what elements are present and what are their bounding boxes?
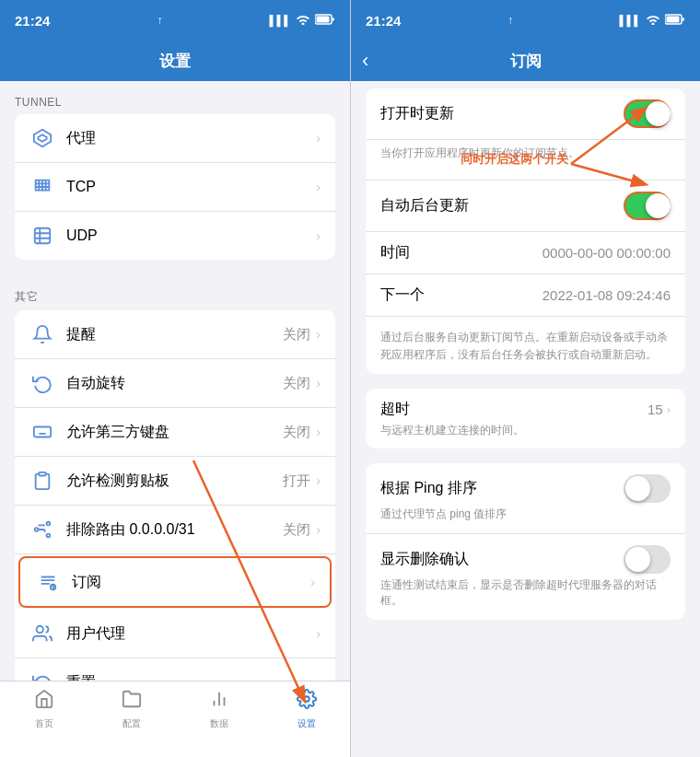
proxy-label: 代理 <box>66 129 316 148</box>
timeout-item[interactable]: 超时 15 › 与远程主机建立连接的时间。 <box>366 389 685 449</box>
ping-sort-label: 根据 Ping 排序 <box>380 479 477 498</box>
open-update-desc: 当你打开应用程序时更新你的订阅节点。 <box>380 146 579 159</box>
delete-confirm-item: 显示删除确认 连通性测试结束后，显示是否删除超时代理服务器的对话框。 <box>366 534 685 620</box>
settings-item-autorotate[interactable]: 自动旋转 关闭 › <box>15 359 335 408</box>
reminder-value: 关闭 <box>283 326 310 344</box>
left-time: 21:24 <box>15 13 50 29</box>
timeout-chevron: › <box>667 402 671 416</box>
tab-settings[interactable]: 设置 <box>262 689 350 730</box>
route-label: 排除路由 0.0.0.0/31 <box>66 520 283 540</box>
settings-item-user-agent[interactable]: 用户代理 › <box>15 610 335 658</box>
tab-settings-label: 设置 <box>298 717 316 730</box>
signal-bars-icon: ▌▌▌ <box>270 15 291 26</box>
delete-confirm-toggle[interactable] <box>624 545 671 574</box>
svg-rect-17 <box>666 16 679 22</box>
tcp-label: TCP <box>66 179 316 195</box>
proxy-icon <box>29 125 55 151</box>
route-icon <box>29 517 55 542</box>
update-section: 打开时更新 当你打开应用程序时更新你的订阅节点。 自动后台更新 <box>366 88 685 374</box>
wifi-icon <box>296 14 310 28</box>
settings-item-clipboard[interactable]: 允许检测剪贴板 打开 › <box>15 457 335 506</box>
settings-item-udp[interactable]: UDP › <box>15 212 335 260</box>
config-icon <box>121 689 143 715</box>
tab-data[interactable]: 数据 <box>175 689 262 730</box>
section-header-other: 其它 <box>0 274 350 310</box>
right-time: 21:24 <box>366 13 401 29</box>
user-agent-chevron: › <box>316 626 321 641</box>
battery-icon <box>315 14 335 28</box>
svg-point-11 <box>37 626 43 633</box>
right-panel: 21:24 ↑ ▌▌▌ ‹ 订阅 <box>350 0 700 757</box>
svg-marker-2 <box>34 130 51 146</box>
right-wifi-icon <box>646 14 660 28</box>
settings-item-proxy[interactable]: 代理 › <box>15 114 335 163</box>
ping-sort-toggle[interactable] <box>624 474 671 503</box>
auto-bg-knob <box>646 193 671 218</box>
open-update-toggle[interactable] <box>624 99 671 128</box>
reset-icon <box>29 670 55 681</box>
tab-config-label: 配置 <box>122 717 141 730</box>
keyboard-value: 关闭 <box>283 424 310 441</box>
open-update-desc-item: 当你打开应用程序时更新你的订阅节点。 <box>366 140 685 181</box>
settings-item-route[interactable]: 排除路由 0.0.0.0/31 关闭 › <box>15 506 335 554</box>
ping-sort-desc: 通过代理节点 ping 值排序 <box>380 507 671 522</box>
udp-icon <box>29 223 55 249</box>
auto-bg-toggle[interactable] <box>624 192 671 220</box>
settings-item-tcp[interactable]: TCP › <box>15 163 335 212</box>
settings-item-keyboard[interactable]: 允许第三方键盘 关闭 › <box>15 408 335 457</box>
auto-bg-update-label: 自动后台更新 <box>380 196 469 215</box>
subscribe-chevron: › <box>310 575 315 589</box>
tab-data-label: 数据 <box>210 717 228 730</box>
bg-update-desc: 通过后台服务自动更新订阅节点。在重新启动设备或手动杀死应用程序后，没有后台任务会… <box>380 331 668 361</box>
clipboard-label: 允许检测剪贴板 <box>66 472 283 491</box>
left-location-icon: ↑ <box>157 14 162 27</box>
tab-home[interactable]: 首页 <box>0 689 88 730</box>
svg-point-9 <box>47 534 51 538</box>
autorotate-label: 自动旋转 <box>66 374 283 393</box>
settings-item-reset[interactable]: 重置 › <box>15 658 335 681</box>
reset-label: 重置 <box>66 673 316 681</box>
delete-confirm-desc: 连通性测试结束后，显示是否删除超时代理服务器的对话框。 <box>380 577 671 609</box>
tcp-icon <box>29 174 55 200</box>
udp-chevron: › <box>316 228 321 243</box>
settings-item-subscribe[interactable]: 订阅 › <box>18 556 332 608</box>
reminder-label: 提醒 <box>66 325 283 344</box>
keyboard-chevron: › <box>316 425 321 439</box>
time-value: 0000-00-00 00:00:00 <box>542 245 671 261</box>
svg-rect-5 <box>34 427 51 437</box>
tcp-chevron: › <box>316 180 321 194</box>
auto-bg-update-item: 自动后台更新 <box>366 181 685 232</box>
section-header-tunnel: TUNNEL <box>0 81 350 114</box>
timeout-value-container: 15 › <box>648 402 671 417</box>
back-icon: ‹ <box>362 49 368 73</box>
svg-point-8 <box>47 522 51 526</box>
left-nav-title: 设置 <box>159 51 191 72</box>
right-status-bar: 21:24 ↑ ▌▌▌ <box>351 0 700 41</box>
reminder-icon <box>29 321 55 347</box>
settings-item-reminder[interactable]: 提醒 关闭 › <box>15 310 335 359</box>
back-button[interactable]: ‹ <box>362 49 368 73</box>
ping-sort-item: 根据 Ping 排序 通过代理节点 ping 值排序 <box>366 463 685 534</box>
left-nav-bar: 设置 <box>0 41 350 81</box>
next-item: 下一个 2022-01-08 09:24:46 <box>366 274 685 317</box>
right-nav-bar: ‹ 订阅 <box>351 41 700 81</box>
autorotate-chevron: › <box>316 376 321 390</box>
ping-delete-section: 根据 Ping 排序 通过代理节点 ping 值排序 显示删除确认 连通性测试结… <box>366 463 685 619</box>
svg-point-15 <box>304 696 309 702</box>
clipboard-chevron: › <box>316 473 321 488</box>
right-battery-icon <box>665 14 685 28</box>
delete-confirm-label: 显示删除确认 <box>380 550 469 569</box>
tab-home-label: 首页 <box>35 717 53 730</box>
svg-point-7 <box>35 528 39 531</box>
subscribe-label: 订阅 <box>72 573 310 592</box>
time-item: 时间 0000-00-00 00:00:00 <box>366 232 685 274</box>
open-update-knob <box>646 101 671 126</box>
proxy-chevron: › <box>316 131 321 146</box>
tab-config[interactable]: 配置 <box>88 689 175 730</box>
timeout-desc: 与远程主机建立连接的时间。 <box>380 423 671 438</box>
autorotate-value: 关闭 <box>283 375 310 392</box>
svg-rect-4 <box>35 228 51 244</box>
keyboard-label: 允许第三方键盘 <box>66 423 283 442</box>
right-signal-icon: ▌▌▌ <box>620 15 641 26</box>
user-agent-icon <box>29 621 55 646</box>
